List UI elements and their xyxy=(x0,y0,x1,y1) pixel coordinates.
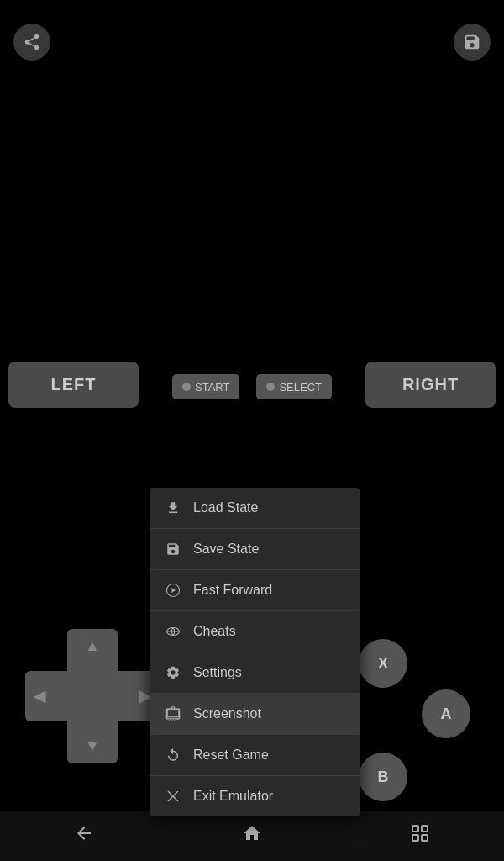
fast-forward-icon xyxy=(165,582,181,599)
load-icon xyxy=(165,499,181,516)
x-button[interactable]: X xyxy=(359,639,407,688)
dpad-left-arrow: ◀ xyxy=(34,687,45,705)
start-button[interactable]: START xyxy=(172,374,239,399)
menu-item-settings[interactable]: Settings xyxy=(150,652,360,694)
reset-icon xyxy=(165,747,181,763)
menu-item-save-state[interactable]: Save State xyxy=(150,529,360,570)
home-button[interactable] xyxy=(242,823,262,848)
dpad-up-arrow: ▲ xyxy=(85,637,100,655)
share-button[interactable] xyxy=(13,24,50,61)
settings-icon xyxy=(165,664,181,681)
recents-button[interactable] xyxy=(410,823,430,848)
start-dot xyxy=(182,383,191,391)
svg-rect-7 xyxy=(422,826,428,832)
select-button[interactable]: SELECT xyxy=(256,374,332,399)
exit-icon xyxy=(165,788,181,805)
dpad-center xyxy=(67,671,118,721)
context-menu: Load State Save State Fast Forward xyxy=(150,488,360,816)
save-disk-button[interactable] xyxy=(454,24,491,61)
svg-rect-3 xyxy=(167,710,179,717)
svg-rect-9 xyxy=(422,835,428,841)
dpad-down-arrow: ▼ xyxy=(85,737,100,755)
menu-item-exit-emulator[interactable]: Exit Emulator xyxy=(150,776,360,816)
b-button[interactable]: B xyxy=(359,753,407,801)
screenshot-icon xyxy=(165,705,181,722)
save-disk-icon xyxy=(463,33,481,51)
svg-rect-6 xyxy=(412,826,418,832)
select-dot xyxy=(266,383,275,391)
menu-item-fast-forward[interactable]: Fast Forward xyxy=(150,570,360,611)
menu-item-cheats[interactable]: Cheats xyxy=(150,611,360,652)
bottom-nav xyxy=(0,811,504,861)
share-icon xyxy=(23,33,41,51)
menu-item-load-state[interactable]: Load State xyxy=(150,488,360,529)
control-bar: START SELECT xyxy=(0,362,504,412)
menu-item-screenshot[interactable]: Screenshot xyxy=(150,694,360,735)
back-button[interactable] xyxy=(74,823,94,848)
top-bar xyxy=(0,0,504,84)
cheats-icon xyxy=(165,623,181,640)
dpad: ◀ ▶ ▲ ▼ xyxy=(25,629,160,763)
save-state-icon xyxy=(165,541,181,557)
a-button[interactable]: A xyxy=(422,689,470,738)
menu-item-reset-game[interactable]: Reset Game xyxy=(150,735,360,776)
svg-rect-8 xyxy=(412,835,418,841)
